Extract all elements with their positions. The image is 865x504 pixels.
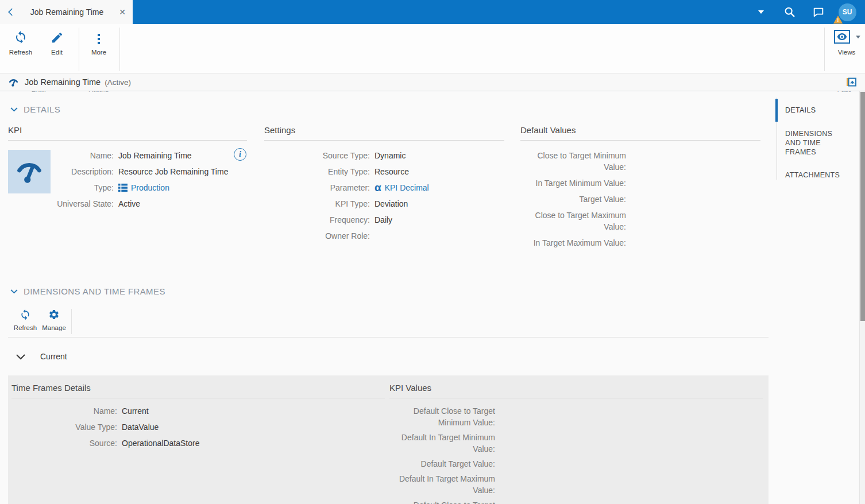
parameter-kpi-decimal-link[interactable]: KPI Decimal: [385, 182, 429, 193]
field-tf-name: Name: Current: [11, 405, 385, 417]
main-content: DETAILS KPI i Name: Job Remaining Time D…: [0, 92, 859, 504]
kpi-column: KPI i Name: Job Remaining Time Descripti…: [8, 125, 247, 214]
chevron-down-icon: [16, 354, 26, 360]
gear-icon: [38, 308, 70, 320]
chat-button[interactable]: [804, 0, 833, 24]
field-kpi-type: KPI Type: Deviation: [264, 198, 504, 210]
settings-column-title: Settings: [264, 125, 504, 141]
alpha-parameter-icon: α: [374, 182, 381, 193]
field-tf-value-type: Value Type: DataValue: [11, 421, 385, 433]
chevron-down-icon: [10, 107, 18, 112]
more-ellipsis-icon: [82, 29, 115, 44]
refresh-icon: [9, 308, 41, 320]
avatar-initials: SU: [843, 8, 852, 16]
ribbon-separator: [824, 28, 825, 71]
tab-job-remaining-time[interactable]: Job Remaining Time ✕: [0, 0, 133, 24]
field-default-close-target-min: Default Close to Target Minimum Value:: [389, 405, 763, 428]
back-chevron-icon: [6, 7, 16, 17]
eye-icon: [834, 30, 850, 44]
section-nav: DETAILS DIMENSIONS AND TIME FRAMES ATTAC…: [777, 98, 858, 180]
page-title: Job Remaining Time: [25, 77, 101, 87]
field-universal-state: Universal State: Active: [51, 198, 247, 210]
dimensions-manage-button[interactable]: Manage: [38, 308, 70, 331]
field-default-target-value: Default Target Value:: [389, 458, 763, 470]
views-button-label: Views: [831, 49, 863, 56]
dimensions-manage-label: Manage: [38, 324, 70, 331]
info-icon[interactable]: i: [234, 148, 246, 161]
edit-pencil-icon: [40, 29, 74, 44]
user-menu-button[interactable]: SU !: [833, 0, 862, 24]
tab-title: Job Remaining Time: [22, 7, 112, 17]
type-production-link[interactable]: Production: [131, 182, 169, 193]
views-button[interactable]: Views: [831, 29, 863, 56]
nav-item-attachments[interactable]: ATTACHMENTS: [777, 170, 858, 180]
kpi-gauge-icon: [8, 77, 19, 88]
chevron-down-icon: [10, 289, 18, 294]
field-source-type: Source Type: Dynamic: [264, 150, 504, 161]
svg-text:!: !: [837, 17, 839, 23]
page-status: (Active): [105, 78, 131, 87]
section-dimensions-header[interactable]: DIMENSIONS AND TIME FRAMES: [10, 286, 165, 296]
ribbon-toolbar: Refresh Edit More Entity Actions Views P…: [0, 24, 865, 73]
list-icon: [118, 183, 128, 192]
kpi-tile-gauge-icon: [8, 150, 51, 193]
section-dimensions-title: DIMENSIONS AND TIME FRAMES: [24, 286, 165, 296]
toolbar-divider: [8, 337, 769, 338]
section-details-header[interactable]: DETAILS: [10, 104, 60, 114]
refresh-icon: [4, 29, 37, 44]
refresh-button[interactable]: Refresh: [4, 29, 37, 56]
field-frequency: Frequency: Daily: [264, 214, 504, 226]
views-dropdown-chevron-icon[interactable]: [856, 36, 860, 38]
field-tf-source: Source: OperationalDataStore: [11, 437, 385, 449]
field-close-to-target-min: Close to Target Minimum Value:: [520, 150, 760, 173]
field-parameter: Parameter: α KPI Decimal: [264, 182, 504, 193]
dimensions-refresh-button[interactable]: Refresh: [9, 308, 41, 331]
edit-button[interactable]: Edit: [40, 29, 74, 56]
edit-button-label: Edit: [40, 49, 74, 56]
nav-item-details[interactable]: DETAILS: [777, 106, 858, 115]
field-default-close-target-max: Default Close to Target Maximum Value:: [389, 499, 763, 504]
chat-bubble-icon: [812, 6, 825, 18]
nav-item-dimensions[interactable]: DIMENSIONS AND TIME FRAMES: [777, 129, 840, 157]
scrollbar-thumb[interactable]: [860, 92, 865, 321]
section-details-title: DETAILS: [24, 104, 60, 114]
chevron-down-icon: [758, 10, 764, 14]
field-entity-type: Entity Type: Resource: [264, 166, 504, 177]
tab-close-icon[interactable]: ✕: [112, 0, 133, 24]
field-in-target-max: In Target Maximum Value:: [520, 237, 760, 249]
kpi-values-column: KPI Values Default Close to Target Minim…: [389, 383, 763, 504]
current-time-frame-panel: Time Frames Details Name: Current Value …: [8, 375, 769, 504]
top-app-bar: Job Remaining Time ✕ SU !: [0, 0, 865, 24]
settings-column: Settings Source Type: Dynamic Entity Typ…: [264, 125, 504, 246]
dimensions-refresh-label: Refresh: [9, 324, 41, 331]
ribbon-separator: [119, 28, 120, 71]
search-icon: [783, 6, 796, 18]
topbar-dropdown-button[interactable]: [747, 0, 775, 24]
current-group-toggle[interactable]: Current: [16, 352, 67, 361]
warning-triangle-icon: !: [833, 15, 843, 24]
time-frames-details-column: Time Frames Details Name: Current Value …: [11, 383, 385, 453]
field-name: Name: Job Remaining Time: [51, 150, 247, 161]
kpi-column-title: KPI: [8, 125, 247, 141]
back-button[interactable]: [0, 0, 22, 24]
ribbon-separator: [79, 28, 79, 71]
refresh-button-label: Refresh: [4, 49, 37, 56]
expand-panel-icon[interactable]: [847, 77, 856, 87]
time-frames-details-title: Time Frames Details: [11, 383, 385, 398]
default-values-column-title: Default Values: [520, 125, 760, 141]
field-close-to-target-max: Close to Target Maximum Value:: [520, 210, 760, 232]
page-header: Job Remaining Time (Active): [0, 73, 865, 91]
field-in-target-min: In Target Minimum Value:: [520, 177, 760, 189]
toolbar-separator: [71, 309, 72, 334]
avatar: SU !: [839, 3, 856, 21]
search-button[interactable]: [775, 0, 804, 24]
details-section-body: KPI i Name: Job Remaining Time Descripti…: [0, 125, 859, 274]
current-group-label: Current: [40, 352, 67, 361]
more-button-label: More: [82, 49, 115, 56]
vertical-scrollbar[interactable]: [859, 91, 865, 504]
more-button[interactable]: More: [82, 29, 115, 56]
field-target-value: Target Value:: [520, 193, 760, 205]
field-description: Description: Resource Job Remaining Time: [51, 166, 247, 177]
field-type: Type: Production: [51, 182, 247, 193]
field-default-in-target-max: Default In Target Maximum Value:: [389, 473, 763, 496]
